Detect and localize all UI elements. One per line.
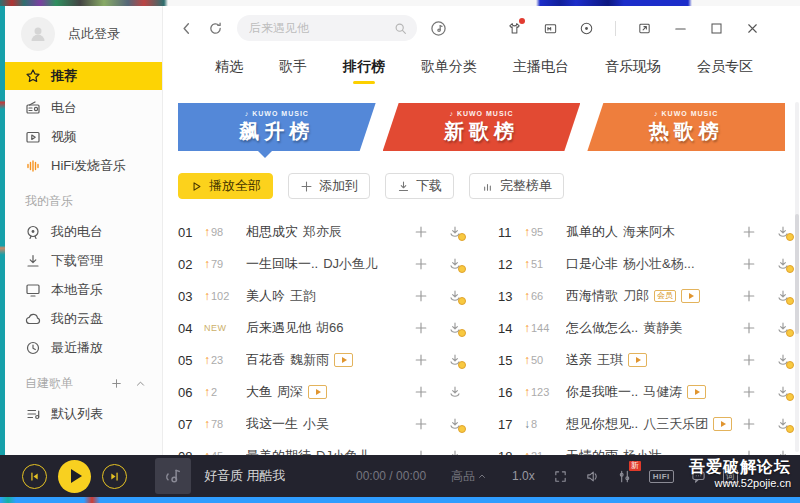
add-to-playlist-icon[interactable] bbox=[414, 385, 428, 399]
download-song-icon[interactable] bbox=[448, 289, 462, 303]
song-row[interactable]: 02↑79一生回味一..DJ小鱼儿 bbox=[178, 248, 470, 280]
add-to-playlist-icon[interactable] bbox=[414, 353, 428, 367]
download-song-icon[interactable] bbox=[448, 225, 462, 239]
collapse-playlists-icon[interactable] bbox=[135, 378, 146, 389]
add-to-button[interactable]: 添加到 bbox=[288, 173, 370, 199]
download-song-icon[interactable] bbox=[776, 385, 790, 399]
download-song-icon[interactable] bbox=[776, 321, 790, 335]
tab-6[interactable]: 会员专区 bbox=[697, 58, 753, 88]
add-to-playlist-icon[interactable] bbox=[414, 417, 428, 431]
mv-icon[interactable] bbox=[687, 385, 706, 399]
sidebar-item-download[interactable]: 下载管理 bbox=[5, 246, 162, 275]
settings-icon[interactable] bbox=[579, 21, 594, 36]
download-song-icon[interactable] bbox=[776, 353, 790, 367]
add-to-playlist-icon[interactable] bbox=[414, 225, 428, 239]
sidebar-item-video[interactable]: 视频 bbox=[5, 122, 162, 151]
download-song-icon[interactable] bbox=[448, 321, 462, 335]
banner-1[interactable]: ♪ KUWO MUSIC新歌榜 bbox=[383, 103, 581, 151]
song-row[interactable]: 05↑23百花香魏新雨 bbox=[178, 344, 470, 376]
tab-2[interactable]: 排行榜 bbox=[343, 58, 385, 88]
login-text[interactable]: 点此登录 bbox=[68, 25, 120, 43]
mv-icon[interactable] bbox=[334, 353, 353, 367]
full-chart-button[interactable]: 完整榜单 bbox=[469, 173, 564, 199]
maximize-icon[interactable] bbox=[709, 21, 724, 36]
download-song-icon[interactable] bbox=[448, 417, 462, 431]
tab-3[interactable]: 歌单分类 bbox=[421, 58, 477, 88]
scrollbar-thumb[interactable] bbox=[795, 214, 799, 334]
next-track-button[interactable] bbox=[102, 464, 127, 489]
download-song-icon[interactable] bbox=[448, 257, 462, 271]
add-to-playlist-icon[interactable] bbox=[414, 289, 428, 303]
search-input[interactable] bbox=[247, 20, 394, 36]
sidebar-item-radio[interactable]: 电台 bbox=[5, 93, 162, 122]
download-button[interactable]: 下载 bbox=[385, 173, 454, 199]
mv-icon[interactable] bbox=[628, 353, 647, 367]
mv-icon[interactable] bbox=[308, 385, 327, 399]
previous-track-button[interactable] bbox=[22, 464, 47, 489]
banner-2[interactable]: ♪ KUWO MUSIC热歌榜 bbox=[587, 103, 785, 151]
search-icon[interactable] bbox=[394, 22, 407, 35]
download-song-icon[interactable] bbox=[776, 225, 790, 239]
mv-icon[interactable] bbox=[713, 417, 732, 431]
album-art[interactable] bbox=[155, 458, 191, 494]
add-playlist-icon[interactable] bbox=[111, 378, 122, 389]
tab-0[interactable]: 精选 bbox=[215, 58, 243, 88]
mv-icon[interactable] bbox=[681, 289, 700, 303]
login-area[interactable]: 点此登录 bbox=[5, 6, 162, 60]
sidebar-item-cloud[interactable]: 我的云盘 bbox=[5, 304, 162, 333]
add-to-playlist-icon[interactable] bbox=[414, 321, 428, 335]
minimize-icon[interactable] bbox=[673, 21, 688, 36]
mv-fullscreen-icon[interactable] bbox=[553, 469, 568, 484]
sidebar-item-hifi[interactable]: HiFi发烧音乐 bbox=[5, 151, 162, 180]
song-row[interactable]: 14↑144怎么做怎么..黄静美 bbox=[498, 312, 798, 344]
add-to-playlist-icon[interactable] bbox=[742, 225, 756, 239]
scrollbar[interactable] bbox=[795, 102, 799, 452]
add-to-playlist-icon[interactable] bbox=[742, 321, 756, 335]
sidebar-item-playlist[interactable]: 默认列表 bbox=[5, 399, 162, 428]
search-box[interactable] bbox=[237, 15, 417, 41]
close-icon[interactable] bbox=[745, 21, 760, 36]
song-row[interactable]: 15↑50送亲王琪 bbox=[498, 344, 798, 376]
song-row[interactable]: 18↑21无情的雨杨小壮 bbox=[498, 440, 798, 455]
sidebar-item-clock[interactable]: 最近播放 bbox=[5, 333, 162, 362]
quality-selector[interactable]: 高品 bbox=[451, 468, 486, 485]
mini-mode-icon[interactable] bbox=[637, 21, 652, 36]
song-row[interactable]: 03↑102美人吟王韵 bbox=[178, 280, 470, 312]
song-row[interactable]: 17↓8想见你想见..八三夭乐团 bbox=[498, 408, 798, 440]
play-all-button[interactable]: 播放全部 bbox=[178, 173, 273, 199]
song-row[interactable]: 12↑51口是心非杨小壮&杨... bbox=[498, 248, 798, 280]
playback-speed[interactable]: 1.0x bbox=[512, 469, 535, 483]
song-row[interactable]: 08↑45最美的期待DJ小鱼儿 bbox=[178, 440, 470, 455]
refresh-icon[interactable] bbox=[208, 21, 223, 36]
sidebar-item-monitor[interactable]: 本地音乐 bbox=[5, 275, 162, 304]
download-song-icon[interactable] bbox=[448, 353, 462, 367]
add-to-playlist-icon[interactable] bbox=[414, 257, 428, 271]
music-recognition-icon[interactable] bbox=[430, 20, 447, 37]
sidebar-item-broadcast[interactable]: 我的电台 bbox=[5, 217, 162, 246]
banner-0[interactable]: ♪ KUWO MUSIC飙升榜 bbox=[178, 103, 376, 151]
song-row[interactable]: 06↑2大鱼周深 bbox=[178, 376, 470, 408]
add-to-playlist-icon[interactable] bbox=[742, 417, 756, 431]
sound-effect-icon[interactable]: 新 bbox=[617, 469, 632, 484]
volume-icon[interactable] bbox=[585, 469, 600, 484]
add-to-playlist-icon[interactable] bbox=[742, 353, 756, 367]
song-row[interactable]: 11↑95孤单的人海来阿木 bbox=[498, 216, 798, 248]
play-button[interactable] bbox=[58, 460, 91, 493]
download-song-icon[interactable] bbox=[776, 257, 790, 271]
song-row[interactable]: 04NEW后来遇见他胡66 bbox=[178, 312, 470, 344]
song-row[interactable]: 16↑123你是我唯一..马健涛 bbox=[498, 376, 798, 408]
add-to-playlist-icon[interactable] bbox=[742, 257, 756, 271]
skin-icon[interactable] bbox=[507, 21, 522, 36]
tab-4[interactable]: 主播电台 bbox=[513, 58, 569, 88]
avatar[interactable] bbox=[21, 17, 55, 51]
download-song-icon[interactable] bbox=[776, 289, 790, 303]
sidebar-item-star[interactable]: 推荐 bbox=[5, 62, 162, 90]
add-to-playlist-icon[interactable] bbox=[742, 289, 756, 303]
add-to-playlist-icon[interactable] bbox=[742, 385, 756, 399]
tab-5[interactable]: 音乐现场 bbox=[605, 58, 661, 88]
song-row[interactable]: 01↑98相思成灾郑亦辰 bbox=[178, 216, 470, 248]
song-row[interactable]: 07↑78我这一生小吴 bbox=[178, 408, 470, 440]
hifi-mode-button[interactable]: HIFI bbox=[649, 470, 674, 483]
back-icon[interactable] bbox=[179, 21, 194, 36]
miniplayer-icon[interactable] bbox=[543, 21, 558, 36]
